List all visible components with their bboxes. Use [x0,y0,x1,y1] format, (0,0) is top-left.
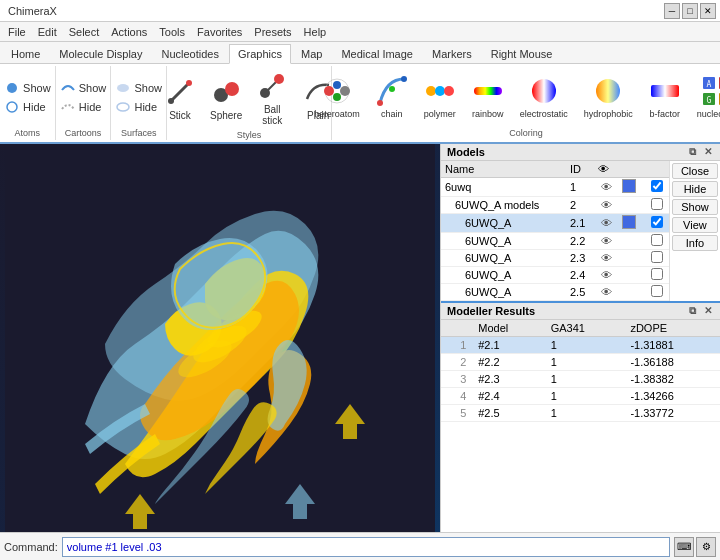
menu-actions[interactable]: Actions [105,24,153,40]
rainbow-icon [472,75,504,107]
electrostatic-button[interactable]: electrostatic [514,73,574,121]
command-input[interactable] [62,537,670,557]
list-item[interactable]: 1 #2.1 1 -1.31881 [441,337,720,354]
model-id-cell: 2.3 [566,250,594,267]
model-check-cell[interactable] [644,284,668,301]
viewport[interactable] [0,144,440,532]
model-color-cell[interactable] [618,250,645,267]
keyboard-icon-button[interactable]: ⌨ [674,537,694,557]
model-check-cell[interactable] [644,250,668,267]
models-panel-close[interactable]: ✕ [702,146,714,158]
model-check-cell[interactable] [644,197,668,214]
list-item[interactable]: 4 #2.4 1 -1.34266 [441,388,720,405]
svg-point-25 [596,79,620,103]
modeller-panel: Modeller Results ⧉ ✕ Model GA341 zDOPE [441,303,720,532]
table-row[interactable]: 6UWQ_A 2.2 👁 [441,233,669,250]
show-atoms-button[interactable]: Show [0,79,55,97]
menu-edit[interactable]: Edit [32,24,63,40]
models-panel-header: Models ⧉ ✕ [441,144,720,161]
sphere-icon [210,76,242,108]
model-color-cell[interactable] [618,233,645,250]
ribbon-cartoons-section: Show Hide Cartoons [56,66,112,140]
menu-presets[interactable]: Presets [248,24,297,40]
bfactor-icon [649,75,681,107]
bfactor-button[interactable]: b-factor [643,73,687,121]
rainbow-button[interactable]: rainbow [466,73,510,121]
minimize-button[interactable]: ─ [664,3,680,19]
table-row[interactable]: 6UWQ_A 2.5 👁 [441,284,669,301]
show-model-button[interactable]: Show [672,199,718,215]
model-eye-cell[interactable]: 👁 [594,233,617,250]
menu-favorites[interactable]: Favorites [191,24,248,40]
maximize-button[interactable]: □ [682,3,698,19]
model-check-cell[interactable] [644,267,668,284]
tab-graphics[interactable]: Graphics [229,44,291,64]
menu-tools[interactable]: Tools [153,24,191,40]
modeller-panel-restore[interactable]: ⧉ [687,305,698,317]
model-color-cell[interactable] [618,214,645,233]
model-eye-cell[interactable]: 👁 [594,178,617,197]
hide-surfaces-icon [115,99,131,115]
list-item[interactable]: 3 #2.3 1 -1.38382 [441,371,720,388]
menu-select[interactable]: Select [63,24,106,40]
model-check-cell[interactable] [644,178,668,197]
menubar: File Edit Select Actions Tools Favorites… [0,22,720,42]
tab-nucleotides[interactable]: Nucleotides [153,44,228,63]
hydrophobic-button[interactable]: hydrophobic [578,73,639,121]
tab-home[interactable]: Home [2,44,49,63]
models-col-color [618,161,645,178]
menu-file[interactable]: File [2,24,32,40]
electrostatic-icon [528,75,560,107]
list-item[interactable]: 5 #2.5 1 -1.33772 [441,405,720,422]
model-eye-cell[interactable]: 👁 [594,214,617,233]
menu-help[interactable]: Help [298,24,333,40]
tab-right-mouse[interactable]: Right Mouse [482,44,562,63]
settings-icon-button[interactable]: ⚙ [696,537,716,557]
tab-medical-image[interactable]: Medical Image [332,44,422,63]
model-color-cell[interactable] [618,284,645,301]
show-cartoons-button[interactable]: Show [56,79,111,97]
ribbon-tabs: Home Molecule Display Nucleotides Graphi… [0,42,720,64]
hide-model-button[interactable]: Hide [672,181,718,197]
tab-markers[interactable]: Markers [423,44,481,63]
svg-point-21 [435,86,445,96]
polymer-button[interactable]: polymer [418,73,462,121]
modeller-panel-close[interactable]: ✕ [702,305,714,317]
model-color-cell[interactable] [618,197,645,214]
table-row[interactable]: 6UWQ_A 2.4 👁 [441,267,669,284]
model-color-cell[interactable] [618,178,645,197]
close-model-button[interactable]: Close [672,163,718,179]
sphere-button[interactable]: Sphere [204,74,248,123]
model-eye-cell[interactable]: 👁 [594,197,617,214]
heteroatom-button[interactable]: heteroatom [308,73,366,121]
tab-molecule-display[interactable]: Molecule Display [50,44,151,63]
table-row[interactable]: 6UWQ_A 2.3 👁 [441,250,669,267]
model-check-cell[interactable] [644,214,668,233]
model-eye-cell[interactable]: 👁 [594,250,617,267]
model-eye-cell[interactable]: 👁 [594,284,617,301]
model-id-cell: 2.5 [566,284,594,301]
model-color-cell[interactable] [618,267,645,284]
info-model-button[interactable]: Info [672,235,718,251]
table-row[interactable]: 6UWQ_A models 2 👁 [441,197,669,214]
view-model-button[interactable]: View [672,217,718,233]
ballstick-button[interactable]: Ball stick [250,68,294,128]
svg-point-6 [186,80,192,86]
hide-atoms-button[interactable]: Hide [0,98,55,116]
list-item[interactable]: 2 #2.2 1 -1.36188 [441,354,720,371]
tab-map[interactable]: Map [292,44,331,63]
result-zdope-cell: -1.33772 [624,405,720,422]
model-eye-cell[interactable]: 👁 [594,267,617,284]
models-panel-restore[interactable]: ⧉ [687,146,698,158]
result-model-cell: #2.3 [472,371,544,388]
table-row[interactable]: 6uwq 1 👁 [441,178,669,197]
models-panel: Models ⧉ ✕ Name ID 👁 [441,144,720,303]
chain-button[interactable]: chain [370,73,414,121]
surfaces-label: Surfaces [121,126,157,138]
nucleotide-button[interactable]: A T G C nucleotide [691,73,720,121]
table-row[interactable]: 6UWQ_A 2.1 👁 [441,214,669,233]
stick-button[interactable]: Stick [158,74,202,123]
model-check-cell[interactable] [644,233,668,250]
hide-cartoons-button[interactable]: Hide [56,98,111,116]
close-button[interactable]: ✕ [700,3,716,19]
